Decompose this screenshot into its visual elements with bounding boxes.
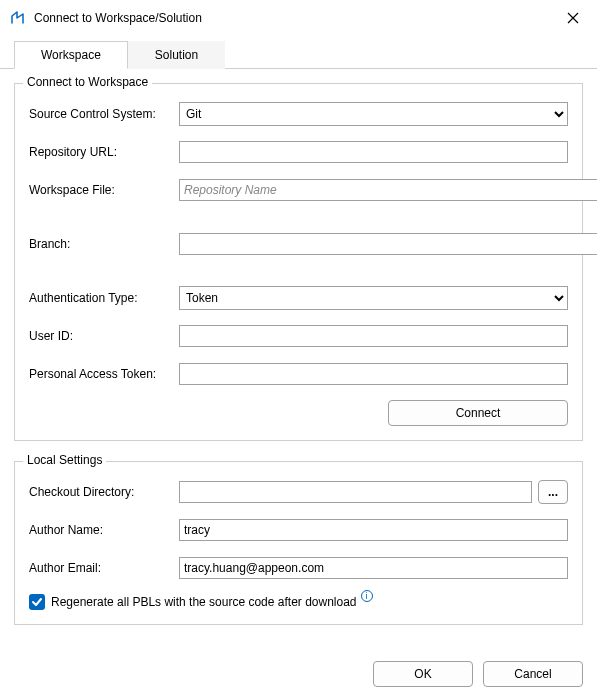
title-bar: Connect to Workspace/Solution xyxy=(0,0,597,34)
group-local: Local Settings Checkout Directory: ... A… xyxy=(14,461,583,625)
pat-input[interactable] xyxy=(179,363,568,385)
footer: OK Cancel xyxy=(0,655,597,694)
browse-button[interactable]: ... xyxy=(538,480,568,504)
close-button[interactable] xyxy=(561,6,585,30)
author-name-input[interactable] xyxy=(179,519,568,541)
checkout-label: Checkout Directory: xyxy=(29,485,179,499)
auth-type-select[interactable]: Token xyxy=(179,286,568,310)
author-email-input[interactable] xyxy=(179,557,568,579)
tab-solution[interactable]: Solution xyxy=(128,41,225,69)
pat-label: Personal Access Token: xyxy=(29,367,179,381)
checkout-input[interactable] xyxy=(179,481,532,503)
regen-checkbox[interactable] xyxy=(29,594,45,610)
scs-label: Source Control System: xyxy=(29,107,179,121)
author-email-label: Author Email: xyxy=(29,561,179,575)
repo-url-label: Repository URL: xyxy=(29,145,179,159)
user-id-label: User ID: xyxy=(29,329,179,343)
branch-input[interactable] xyxy=(179,233,597,255)
repo-url-input[interactable] xyxy=(179,141,568,163)
tab-strip: Workspace Solution xyxy=(0,34,597,69)
branch-label: Branch: xyxy=(29,237,179,251)
group-local-legend: Local Settings xyxy=(23,453,106,467)
author-name-label: Author Name: xyxy=(29,523,179,537)
tab-workspace[interactable]: Workspace xyxy=(14,41,128,69)
group-connect: Connect to Workspace Source Control Syst… xyxy=(14,83,583,441)
ws-file-label: Workspace File: xyxy=(29,183,179,197)
ok-button[interactable]: OK xyxy=(373,661,473,687)
info-icon[interactable]: i xyxy=(361,590,373,602)
user-id-input[interactable] xyxy=(179,325,568,347)
ws-file-input[interactable] xyxy=(179,179,597,201)
scs-select[interactable]: Git xyxy=(179,102,568,126)
window-title: Connect to Workspace/Solution xyxy=(34,11,561,25)
regen-label: Regenerate all PBLs with the source code… xyxy=(51,595,357,609)
auth-type-label: Authentication Type: xyxy=(29,291,179,305)
app-icon xyxy=(10,10,26,26)
cancel-button[interactable]: Cancel xyxy=(483,661,583,687)
connect-button[interactable]: Connect xyxy=(388,400,568,426)
group-connect-legend: Connect to Workspace xyxy=(23,75,152,89)
content-area: Connect to Workspace Source Control Syst… xyxy=(0,69,597,655)
